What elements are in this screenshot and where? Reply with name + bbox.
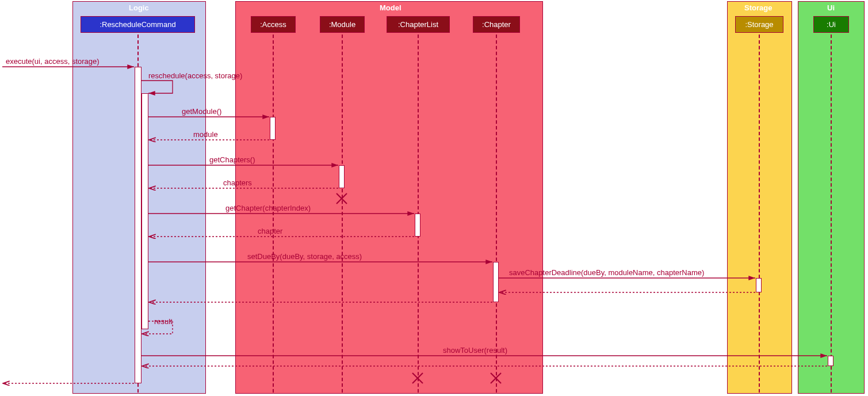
msg-chapter: chapter (258, 227, 282, 235)
msg-execute: execute(ui, access, storage) (6, 57, 100, 66)
msg-module: module (193, 130, 218, 139)
msg-getchapters: getChapters() (209, 155, 255, 164)
msg-chapters: chapters (223, 178, 252, 187)
msg-savedeadline: saveChapterDeadline(dueBy, moduleName, c… (509, 268, 704, 277)
msg-showtouser: showToUser(result) (443, 346, 507, 355)
msg-result: result (154, 317, 173, 326)
arrows-svg (0, 0, 868, 396)
msg-setdueby: setDueBy(dueBy, storage, access) (247, 252, 362, 261)
msg-reschedule: reschedule(access, storage) (148, 71, 242, 80)
msg-getchapter: getChapter(chapterIndex) (225, 204, 311, 212)
msg-getmodule: getModule() (182, 107, 221, 116)
